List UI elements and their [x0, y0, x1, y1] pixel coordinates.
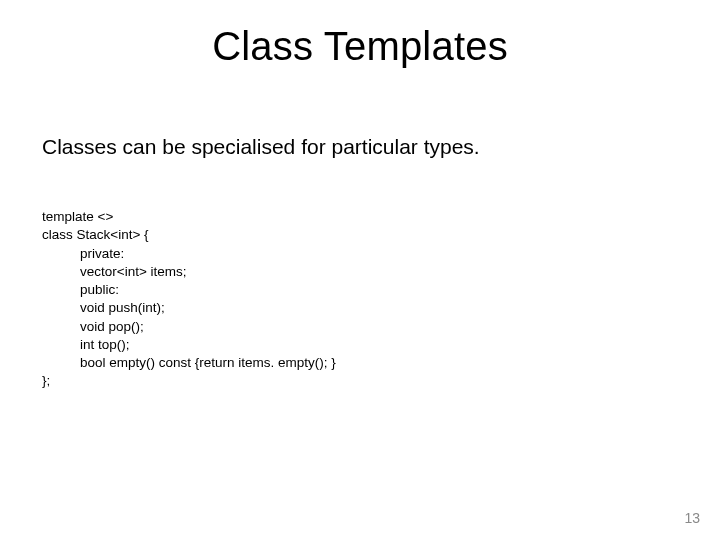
code-block: template <> class Stack<int> { private:v…	[42, 190, 336, 390]
code-line: };	[42, 373, 50, 388]
code-line: class Stack<int> {	[42, 227, 149, 242]
slide: Class Templates Classes can be specialis…	[0, 0, 720, 540]
code-line: bool empty() const {return items. empty(…	[42, 354, 336, 372]
code-line: vector<int> items;	[42, 263, 336, 281]
code-line: public:	[42, 281, 336, 299]
code-line: private:	[42, 245, 336, 263]
page-number: 13	[684, 510, 700, 526]
page-title: Class Templates	[0, 24, 720, 69]
code-line: template <>	[42, 209, 113, 224]
code-line: void pop();	[42, 318, 336, 336]
code-line: int top();	[42, 336, 336, 354]
subtitle: Classes can be specialised for particula…	[42, 135, 480, 159]
code-line: void push(int);	[42, 299, 336, 317]
